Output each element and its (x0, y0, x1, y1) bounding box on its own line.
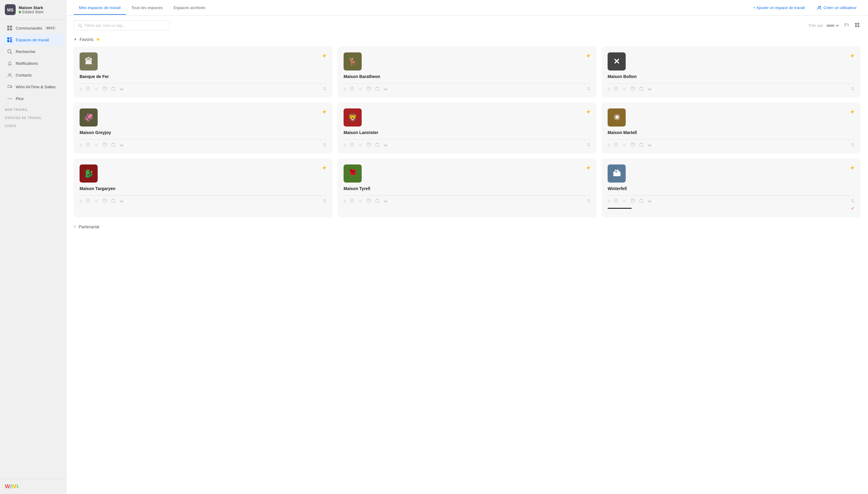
workspace-card-maison-bolton[interactable]: ✕ ★ Maison Bolton # (602, 46, 861, 98)
star-icon[interactable]: ★ (586, 109, 591, 115)
workspace-card-maison-tyrell[interactable]: 🌹 ★ Maison Tyrell # (337, 158, 597, 217)
sidebar-item-more[interactable]: Plus (2, 93, 64, 104)
search-box[interactable]: Filtrer par nom ou tag... (74, 20, 170, 31)
channel-icon[interactable]: # (79, 198, 82, 204)
briefcase-icon[interactable] (111, 198, 115, 204)
briefcase-icon[interactable] (639, 87, 644, 92)
task-icon[interactable] (95, 198, 98, 204)
chart-icon[interactable] (119, 87, 124, 92)
task-icon[interactable] (359, 87, 363, 92)
add-workspace-button[interactable]: + Ajouter un espace de travail (749, 3, 809, 12)
chart-icon[interactable] (648, 87, 652, 92)
sidebar-item-contacts[interactable]: Contacts (2, 69, 64, 81)
channel-icon[interactable]: # (344, 87, 346, 92)
chart-icon[interactable] (384, 198, 388, 204)
star-icon[interactable]: ★ (322, 109, 327, 115)
calendar-icon[interactable] (631, 87, 635, 92)
sort-by-dropdown[interactable]: nom (827, 23, 839, 28)
calendar-icon[interactable] (103, 142, 107, 148)
bell-icon[interactable] (587, 198, 591, 204)
workspace-card-winterfell[interactable]: 🏔 ★ Winterfell # (602, 158, 861, 217)
star-icon[interactable]: ★ (850, 165, 855, 171)
task-icon[interactable] (95, 142, 98, 148)
channel-icon[interactable]: # (79, 87, 82, 92)
workspace-card-maison-baratheon[interactable]: 🦌 ★ Maison Baratheon # (337, 46, 597, 98)
bell-icon[interactable] (322, 198, 327, 204)
document-icon[interactable] (350, 87, 354, 92)
briefcase-icon[interactable] (639, 142, 644, 148)
chart-icon[interactable] (119, 198, 124, 204)
star-icon[interactable]: ★ (586, 52, 591, 59)
calendar-icon[interactable] (631, 198, 635, 204)
channel-icon[interactable]: # (79, 142, 82, 148)
briefcase-icon[interactable] (375, 142, 380, 148)
channel-icon[interactable]: # (608, 142, 610, 148)
chart-icon[interactable] (648, 198, 652, 204)
document-icon[interactable] (86, 87, 90, 92)
sort-order-button[interactable] (843, 21, 850, 30)
calendar-icon[interactable] (103, 198, 107, 204)
document-icon[interactable] (614, 142, 618, 148)
channel-icon[interactable]: # (608, 198, 610, 204)
sidebar-item-airtime[interactable]: Wimi AirTime & Salles (2, 81, 64, 93)
chart-icon[interactable] (384, 142, 388, 148)
section-favoris-header[interactable]: ▼ Favoris ★ (74, 34, 861, 46)
document-icon[interactable] (614, 198, 618, 204)
briefcase-icon[interactable] (639, 198, 644, 204)
tab-archives[interactable]: Espaces archivés (168, 1, 211, 15)
star-icon[interactable]: ★ (850, 109, 855, 115)
tab-tous-espaces[interactable]: Tous les espaces (126, 1, 168, 15)
workspace-card-maison-lannister[interactable]: 🦁 ★ Maison Lannister # (337, 102, 597, 154)
bell-icon[interactable] (322, 142, 327, 148)
briefcase-icon[interactable] (111, 142, 115, 148)
document-icon[interactable] (350, 198, 354, 204)
document-icon[interactable] (86, 198, 90, 204)
document-icon[interactable] (86, 142, 90, 148)
sidebar-item-search[interactable]: Recherche (2, 46, 64, 57)
task-icon[interactable] (623, 142, 627, 148)
document-icon[interactable] (614, 87, 618, 92)
channel-icon[interactable]: # (344, 142, 346, 148)
channel-icon[interactable]: # (344, 198, 346, 204)
bell-icon[interactable] (322, 87, 327, 92)
bell-icon[interactable] (587, 142, 591, 148)
workspace-card-maison-martell[interactable]: ☀ ★ Maison Martell # (602, 102, 861, 154)
star-icon[interactable]: ★ (850, 52, 855, 59)
tab-mes-espaces[interactable]: Mes espaces de travail (74, 1, 126, 15)
workspace-card-banque-de-fer[interactable]: 🏛 ★ Banque de Fer # (74, 46, 333, 98)
star-icon[interactable]: ★ (322, 165, 327, 171)
workspace-card-maison-targaryen[interactable]: 🐉 ★ Maison Targaryen # (74, 158, 333, 217)
task-icon[interactable] (359, 142, 363, 148)
calendar-icon[interactable] (367, 198, 371, 204)
bell-icon[interactable] (851, 87, 855, 92)
calendar-icon[interactable] (103, 87, 107, 92)
calendar-icon[interactable] (367, 142, 371, 148)
chart-icon[interactable] (384, 87, 388, 92)
briefcase-icon[interactable] (111, 87, 115, 92)
task-icon[interactable] (623, 198, 627, 204)
check-done-icon[interactable]: ✓ (851, 205, 855, 211)
grid-view-button[interactable] (853, 21, 861, 30)
calendar-icon[interactable] (631, 142, 635, 148)
briefcase-icon[interactable] (375, 87, 380, 92)
briefcase-icon[interactable] (375, 198, 380, 204)
sidebar-item-communities[interactable]: Communautés BETA (2, 22, 64, 34)
sidebar-item-workspaces[interactable]: Espaces de travail (2, 34, 64, 45)
section-partenariat-header[interactable]: ▽ Partenariat (74, 222, 861, 233)
channel-icon[interactable]: # (608, 87, 610, 92)
create-user-button[interactable]: Créer un utilisateur (813, 3, 861, 13)
star-icon[interactable]: ★ (322, 52, 327, 59)
bell-icon[interactable] (851, 198, 855, 204)
bell-icon[interactable] (851, 142, 855, 148)
chart-icon[interactable] (119, 142, 124, 148)
chart-icon[interactable] (648, 142, 652, 148)
calendar-icon[interactable] (367, 87, 371, 92)
bell-icon[interactable] (587, 87, 591, 92)
workspace-card-maison-greyjoy[interactable]: 🦑 ★ Maison Greyjoy # (74, 102, 333, 154)
task-icon[interactable] (623, 87, 627, 92)
task-icon[interactable] (95, 87, 98, 92)
star-icon[interactable]: ★ (586, 165, 591, 171)
sidebar-item-notifications[interactable]: Notifications (2, 58, 64, 69)
task-icon[interactable] (359, 198, 363, 204)
document-icon[interactable] (350, 142, 354, 148)
